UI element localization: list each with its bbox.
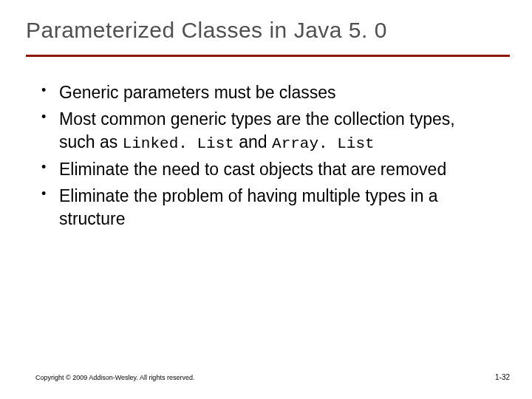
bullet-text: and <box>234 132 272 151</box>
list-item: Eliminate the problem of having multiple… <box>41 185 495 231</box>
footer-page-number: 1-32 <box>495 373 510 381</box>
slide: Parameterized Classes in Java 5. 0 Gener… <box>0 0 532 399</box>
bullet-text: Generic parameters must be classes <box>59 83 336 102</box>
bullet-text: Eliminate the need to cast objects that … <box>59 160 446 179</box>
slide-title: Parameterized Classes in Java 5. 0 <box>26 18 506 43</box>
list-item: Eliminate the need to cast objects that … <box>41 158 495 182</box>
bullet-code: Array. List <box>272 135 375 152</box>
title-rule <box>26 55 510 57</box>
slide-body: Generic parameters must be classes Most … <box>41 81 495 234</box>
bullet-text: Eliminate the problem of having multiple… <box>59 186 438 228</box>
list-item: Generic parameters must be classes <box>41 81 495 105</box>
list-item: Most common generic types are the collec… <box>41 108 495 154</box>
bullet-code: Linked. List <box>123 135 234 152</box>
footer-copyright: Copyright © 2009 Addison-Wesley. All rig… <box>35 374 194 381</box>
bullet-list: Generic parameters must be classes Most … <box>41 81 495 231</box>
